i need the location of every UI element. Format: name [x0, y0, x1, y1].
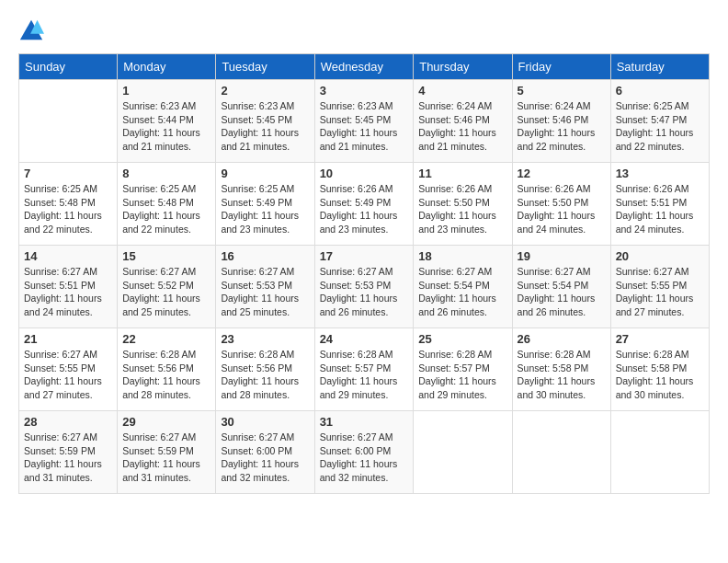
- day-info: Sunrise: 6:28 AMSunset: 5:58 PMDaylight:…: [616, 348, 704, 402]
- day-cell: 9Sunrise: 6:25 AMSunset: 5:49 PMDaylight…: [216, 163, 314, 246]
- day-info: Sunrise: 6:25 AMSunset: 5:47 PMDaylight:…: [616, 99, 704, 154]
- day-number: 2: [221, 84, 309, 98]
- day-number: 25: [418, 332, 506, 346]
- day-info: Sunrise: 6:26 AMSunset: 5:51 PMDaylight:…: [616, 182, 704, 236]
- day-cell: 26Sunrise: 6:28 AMSunset: 5:58 PMDayligh…: [512, 328, 610, 411]
- day-cell: 15Sunrise: 6:27 AMSunset: 5:52 PMDayligh…: [118, 246, 216, 328]
- day-number: 7: [24, 167, 112, 180]
- day-cell: 13Sunrise: 6:26 AMSunset: 5:51 PMDayligh…: [610, 163, 709, 246]
- day-info: Sunrise: 6:28 AMSunset: 5:56 PMDaylight:…: [122, 348, 210, 402]
- day-info: Sunrise: 6:27 AMSunset: 5:51 PMDaylight:…: [24, 265, 112, 319]
- day-number: 16: [221, 249, 309, 263]
- day-number: 21: [24, 332, 112, 346]
- day-info: Sunrise: 6:27 AMSunset: 5:55 PMDaylight:…: [24, 348, 112, 402]
- header-tuesday: Tuesday: [216, 54, 314, 80]
- day-info: Sunrise: 6:27 AMSunset: 6:00 PMDaylight:…: [221, 431, 309, 485]
- calendar-header-row: SundayMondayTuesdayWednesdayThursdayFrid…: [19, 54, 710, 80]
- day-cell: [610, 411, 709, 494]
- day-cell: 19Sunrise: 6:27 AMSunset: 5:54 PMDayligh…: [512, 246, 610, 328]
- day-number: 31: [320, 415, 409, 429]
- day-info: Sunrise: 6:27 AMSunset: 5:55 PMDaylight:…: [616, 265, 704, 319]
- day-info: Sunrise: 6:27 AMSunset: 5:53 PMDaylight:…: [320, 265, 409, 319]
- header-saturday: Saturday: [610, 54, 709, 80]
- day-info: Sunrise: 6:28 AMSunset: 5:57 PMDaylight:…: [418, 348, 506, 402]
- day-number: 17: [320, 249, 409, 263]
- header-friday: Friday: [512, 54, 610, 80]
- day-number: 18: [418, 249, 506, 263]
- day-info: Sunrise: 6:23 AMSunset: 5:45 PMDaylight:…: [221, 99, 309, 154]
- day-cell: 17Sunrise: 6:27 AMSunset: 5:53 PMDayligh…: [314, 246, 414, 328]
- day-info: Sunrise: 6:27 AMSunset: 5:59 PMDaylight:…: [122, 431, 210, 485]
- day-info: Sunrise: 6:25 AMSunset: 5:48 PMDaylight:…: [122, 182, 210, 236]
- page-header: [18, 18, 710, 44]
- day-info: Sunrise: 6:26 AMSunset: 5:50 PMDaylight:…: [518, 182, 606, 236]
- day-cell: 5Sunrise: 6:24 AMSunset: 5:46 PMDaylight…: [512, 80, 610, 163]
- header-monday: Monday: [118, 54, 216, 80]
- day-cell: 22Sunrise: 6:28 AMSunset: 5:56 PMDayligh…: [118, 328, 216, 411]
- day-cell: [414, 411, 512, 494]
- day-number: 28: [24, 415, 112, 429]
- day-number: 4: [418, 84, 506, 98]
- day-info: Sunrise: 6:27 AMSunset: 5:54 PMDaylight:…: [518, 265, 606, 319]
- day-number: 27: [616, 332, 704, 346]
- day-cell: 31Sunrise: 6:27 AMSunset: 6:00 PMDayligh…: [314, 411, 414, 494]
- day-info: Sunrise: 6:27 AMSunset: 5:54 PMDaylight:…: [418, 265, 506, 319]
- day-cell: 6Sunrise: 6:25 AMSunset: 5:47 PMDaylight…: [610, 80, 709, 163]
- week-row-1: 1Sunrise: 6:23 AMSunset: 5:44 PMDaylight…: [19, 80, 710, 163]
- day-info: Sunrise: 6:24 AMSunset: 5:46 PMDaylight:…: [518, 99, 606, 154]
- day-number: 23: [221, 332, 309, 346]
- day-cell: 30Sunrise: 6:27 AMSunset: 6:00 PMDayligh…: [216, 411, 314, 494]
- day-cell: 8Sunrise: 6:25 AMSunset: 5:48 PMDaylight…: [118, 163, 216, 246]
- day-info: Sunrise: 6:27 AMSunset: 5:52 PMDaylight:…: [122, 265, 210, 319]
- day-cell: 23Sunrise: 6:28 AMSunset: 5:56 PMDayligh…: [216, 328, 314, 411]
- day-number: 12: [518, 167, 606, 180]
- day-cell: 27Sunrise: 6:28 AMSunset: 5:58 PMDayligh…: [610, 328, 709, 411]
- week-row-4: 21Sunrise: 6:27 AMSunset: 5:55 PMDayligh…: [19, 328, 710, 411]
- day-number: 5: [518, 84, 606, 98]
- day-number: 3: [320, 84, 409, 98]
- day-info: Sunrise: 6:28 AMSunset: 5:58 PMDaylight:…: [518, 348, 606, 402]
- day-cell: 18Sunrise: 6:27 AMSunset: 5:54 PMDayligh…: [414, 246, 512, 328]
- day-number: 14: [24, 249, 112, 263]
- day-cell: 11Sunrise: 6:26 AMSunset: 5:50 PMDayligh…: [414, 163, 512, 246]
- day-info: Sunrise: 6:25 AMSunset: 5:49 PMDaylight:…: [221, 182, 309, 236]
- day-number: 13: [616, 167, 704, 180]
- day-number: 1: [122, 84, 210, 98]
- day-cell: 14Sunrise: 6:27 AMSunset: 5:51 PMDayligh…: [19, 246, 118, 328]
- day-info: Sunrise: 6:27 AMSunset: 5:59 PMDaylight:…: [24, 431, 112, 485]
- day-cell: 20Sunrise: 6:27 AMSunset: 5:55 PMDayligh…: [610, 246, 709, 328]
- day-number: 19: [518, 249, 606, 263]
- day-info: Sunrise: 6:28 AMSunset: 5:56 PMDaylight:…: [221, 348, 309, 402]
- day-info: Sunrise: 6:26 AMSunset: 5:50 PMDaylight:…: [418, 182, 506, 236]
- day-cell: 16Sunrise: 6:27 AMSunset: 5:53 PMDayligh…: [216, 246, 314, 328]
- day-cell: 7Sunrise: 6:25 AMSunset: 5:48 PMDaylight…: [19, 163, 118, 246]
- header-wednesday: Wednesday: [314, 54, 414, 80]
- logo: [18, 18, 46, 44]
- day-info: Sunrise: 6:24 AMSunset: 5:46 PMDaylight:…: [418, 99, 506, 154]
- day-info: Sunrise: 6:27 AMSunset: 5:53 PMDaylight:…: [221, 265, 309, 319]
- day-number: 15: [122, 249, 210, 263]
- day-cell: 3Sunrise: 6:23 AMSunset: 5:45 PMDaylight…: [314, 80, 414, 163]
- day-info: Sunrise: 6:26 AMSunset: 5:49 PMDaylight:…: [320, 182, 409, 236]
- day-number: 26: [518, 332, 606, 346]
- day-number: 20: [616, 249, 704, 263]
- day-cell: 28Sunrise: 6:27 AMSunset: 5:59 PMDayligh…: [19, 411, 118, 494]
- day-cell: 10Sunrise: 6:26 AMSunset: 5:49 PMDayligh…: [314, 163, 414, 246]
- day-info: Sunrise: 6:27 AMSunset: 6:00 PMDaylight:…: [320, 431, 409, 485]
- day-cell: [512, 411, 610, 494]
- calendar-table: SundayMondayTuesdayWednesdayThursdayFrid…: [18, 53, 710, 494]
- day-info: Sunrise: 6:25 AMSunset: 5:48 PMDaylight:…: [24, 182, 112, 236]
- day-cell: 12Sunrise: 6:26 AMSunset: 5:50 PMDayligh…: [512, 163, 610, 246]
- week-row-2: 7Sunrise: 6:25 AMSunset: 5:48 PMDaylight…: [19, 163, 710, 246]
- day-cell: 25Sunrise: 6:28 AMSunset: 5:57 PMDayligh…: [414, 328, 512, 411]
- day-number: 22: [122, 332, 210, 346]
- day-cell: 4Sunrise: 6:24 AMSunset: 5:46 PMDaylight…: [414, 80, 512, 163]
- day-cell: 2Sunrise: 6:23 AMSunset: 5:45 PMDaylight…: [216, 80, 314, 163]
- day-number: 11: [418, 167, 506, 180]
- day-cell: 24Sunrise: 6:28 AMSunset: 5:57 PMDayligh…: [314, 328, 414, 411]
- day-number: 24: [320, 332, 409, 346]
- logo-icon: [18, 18, 44, 44]
- day-cell: 29Sunrise: 6:27 AMSunset: 5:59 PMDayligh…: [118, 411, 216, 494]
- day-info: Sunrise: 6:23 AMSunset: 5:45 PMDaylight:…: [320, 99, 409, 154]
- day-info: Sunrise: 6:28 AMSunset: 5:57 PMDaylight:…: [320, 348, 409, 402]
